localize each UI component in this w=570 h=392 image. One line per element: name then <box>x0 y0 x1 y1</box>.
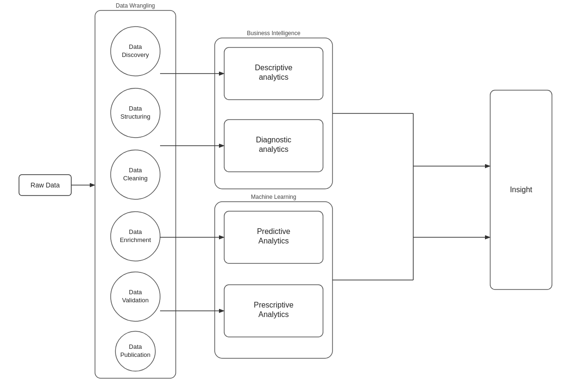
data-validation-label2: Validation <box>122 297 149 304</box>
data-discovery-label2: Discovery <box>122 51 149 58</box>
prescriptive-analytics-label2: Analytics <box>258 310 289 318</box>
prescriptive-analytics-label: Prescriptive <box>254 301 294 309</box>
data-publication-label2: Publication <box>120 351 151 358</box>
data-cleaning-label2: Cleaning <box>123 175 147 182</box>
data-validation-label: Data <box>129 289 142 296</box>
descriptive-analytics-label: Descriptive <box>255 64 292 72</box>
data-wrangling-label: Data Wrangling <box>116 2 155 9</box>
data-enrichment-label: Data <box>129 228 142 235</box>
predictive-analytics-label: Predictive <box>257 227 290 235</box>
predictive-analytics-label2: Analytics <box>258 237 289 245</box>
data-structuring-label2: Structuring <box>121 113 151 120</box>
data-cleaning-label: Data <box>129 167 142 174</box>
raw-data-label: Raw Data <box>30 181 60 189</box>
ml-group-label: Machine Learning <box>251 194 296 200</box>
diagnostic-analytics-label2: analytics <box>259 145 288 153</box>
bi-group-label: Business Intelligence <box>247 30 301 37</box>
descriptive-analytics-label2: analytics <box>259 73 288 81</box>
insight-label: Insight <box>510 186 532 194</box>
data-discovery-label: Data <box>129 43 142 50</box>
data-enrichment-label2: Enrichment <box>120 236 151 243</box>
diagram-canvas: Raw Data Data Wrangling Data Discovery D… <box>0 0 570 392</box>
data-structuring-label: Data <box>129 105 142 112</box>
diagnostic-analytics-label: Diagnostic <box>256 136 292 144</box>
data-publication-label: Data <box>129 343 142 350</box>
